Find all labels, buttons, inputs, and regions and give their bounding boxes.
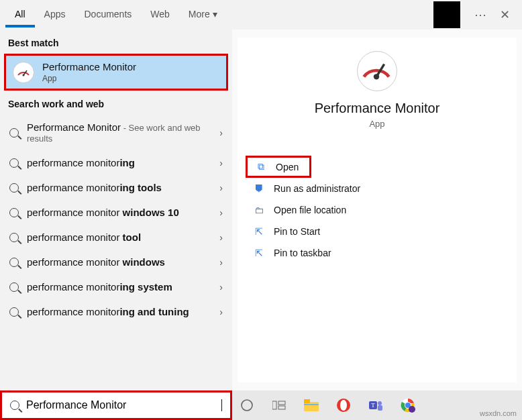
tab-web[interactable]: Web xyxy=(141,2,179,28)
app-title: Performance Monitor xyxy=(238,101,517,116)
results-pane: Best match Performance Monitor App Searc… xyxy=(0,30,232,390)
chevron-right-icon: › xyxy=(219,257,223,268)
open-location-action[interactable]: 🗀 Open file location xyxy=(243,199,511,221)
gauge-icon xyxy=(357,51,397,91)
chevron-right-icon: › xyxy=(219,282,223,293)
svg-rect-16 xyxy=(378,405,382,411)
svg-rect-8 xyxy=(304,402,319,411)
chevron-right-icon: › xyxy=(219,232,223,243)
more-options-icon[interactable]: ⋯ xyxy=(468,7,492,22)
svg-rect-7 xyxy=(278,406,285,409)
svg-point-15 xyxy=(378,401,382,405)
pin-taskbar-action[interactable]: ⇱ Pin to taskbar xyxy=(243,242,511,264)
svg-point-3 xyxy=(374,74,379,79)
chevron-right-icon: › xyxy=(219,207,223,218)
cortana-icon[interactable] xyxy=(239,397,255,413)
svg-rect-9 xyxy=(304,399,310,403)
admin-icon: ⛊ xyxy=(254,183,264,194)
tab-more[interactable]: More ▾ xyxy=(179,2,227,28)
search-box[interactable] xyxy=(0,390,232,420)
svg-rect-6 xyxy=(278,401,285,405)
search-suggestion[interactable]: performance monitoring tools› xyxy=(0,175,232,200)
suggestion-text: performance monitor windows 10 xyxy=(27,207,179,218)
suggestion-text: performance monitor windows xyxy=(27,256,165,268)
opera-icon[interactable] xyxy=(335,397,352,413)
taskbar: T xyxy=(232,390,522,420)
suggestion-text: performance monitoring tools xyxy=(27,182,162,193)
chevron-right-icon: › xyxy=(219,158,223,168)
search-suggestion[interactable]: performance monitoring system› xyxy=(0,274,232,299)
best-match-title: Performance Monitor xyxy=(42,61,136,72)
close-icon[interactable]: ✕ xyxy=(492,7,517,22)
suggestion-text: performance monitoring and tuning xyxy=(27,306,189,317)
open-icon: ⧉ xyxy=(256,161,266,172)
svg-point-4 xyxy=(242,400,252,411)
open-action[interactable]: ⧉ Open xyxy=(246,156,311,178)
search-icon xyxy=(9,258,19,267)
search-icon xyxy=(9,183,19,193)
tab-documents[interactable]: Documents xyxy=(74,2,141,28)
svg-point-1 xyxy=(23,74,25,76)
tab-apps[interactable]: Apps xyxy=(35,2,75,28)
search-icon xyxy=(9,307,19,317)
search-suggestion[interactable]: performance monitoring and tuning› xyxy=(0,299,232,324)
suggestion-text: performance monitoring system xyxy=(27,281,172,293)
search-icon xyxy=(9,233,19,242)
best-match-label: Best match xyxy=(0,30,232,54)
search-icon xyxy=(10,401,19,410)
gauge-icon xyxy=(13,62,34,83)
search-web-label: Search work and web xyxy=(0,91,232,115)
search-suggestion[interactable]: Performance Monitor - See work and web r… xyxy=(0,115,232,150)
best-match-item[interactable]: Performance Monitor App xyxy=(4,54,228,91)
watermark: wsxdn.com xyxy=(480,409,517,417)
explorer-icon[interactable] xyxy=(303,397,319,413)
suggestion-text: performance monitor tool xyxy=(27,231,141,243)
tab-all[interactable]: All xyxy=(5,2,35,28)
pin-icon: ⇱ xyxy=(254,248,264,258)
details-pane: Performance Monitor App ⧉ Open ⛊ Run as … xyxy=(232,30,522,390)
search-suggestion[interactable]: performance monitor windows 10› xyxy=(0,200,232,225)
folder-icon: 🗀 xyxy=(254,205,264,215)
account-badge[interactable] xyxy=(433,1,460,28)
search-icon xyxy=(9,128,19,138)
pin-start-action[interactable]: ⇱ Pin to Start xyxy=(243,221,511,242)
app-sub: App xyxy=(238,119,517,129)
search-suggestion[interactable]: performance monitor windows› xyxy=(0,250,232,274)
chrome-icon[interactable] xyxy=(400,397,416,413)
chevron-right-icon: › xyxy=(219,182,223,193)
search-icon xyxy=(9,282,19,292)
best-match-sub: App xyxy=(42,74,136,83)
teams-icon[interactable]: T xyxy=(368,397,384,413)
search-icon xyxy=(9,208,19,217)
chevron-down-icon: ▾ xyxy=(213,9,217,19)
search-input[interactable] xyxy=(26,399,217,411)
svg-text:T: T xyxy=(371,402,375,409)
search-icon xyxy=(9,158,19,168)
chevron-right-icon: › xyxy=(219,307,223,317)
search-suggestion[interactable]: performance monitor tool› xyxy=(0,225,232,250)
svg-rect-10 xyxy=(304,404,319,405)
chevron-right-icon: › xyxy=(219,127,223,138)
suggestion-text: performance monitoring xyxy=(27,157,135,168)
run-as-admin-action[interactable]: ⛊ Run as administrator xyxy=(243,178,511,199)
svg-rect-5 xyxy=(272,401,276,409)
svg-point-12 xyxy=(340,400,347,411)
task-view-icon[interactable] xyxy=(271,397,287,413)
suggestion-text: Performance Monitor - See work and web r… xyxy=(27,121,211,144)
svg-point-20 xyxy=(409,406,415,413)
search-suggestion[interactable]: performance monitoring› xyxy=(0,150,232,175)
pin-icon: ⇱ xyxy=(254,226,264,237)
header-tabs: All Apps Documents Web More ▾ ⋯ ✕ xyxy=(0,0,522,30)
